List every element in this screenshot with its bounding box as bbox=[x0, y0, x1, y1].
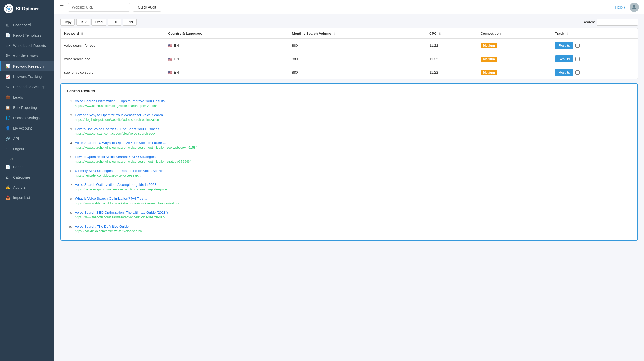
track-checkbox[interactable] bbox=[575, 57, 580, 61]
sidebar-item-import-list[interactable]: 📥 Import List bbox=[0, 192, 54, 203]
sidebar-item-label: API bbox=[13, 137, 19, 141]
sidebar-item-embedding-settings[interactable]: ⚙ Embedding Settings bbox=[0, 82, 54, 92]
result-title[interactable]: Voice Search Optimization: A complete gu… bbox=[75, 183, 156, 187]
result-row: 7 Voice Search Optimization: A complete … bbox=[67, 183, 631, 187]
keyword-research-icon: 📊 bbox=[5, 64, 10, 69]
result-title[interactable]: 6 Timely SEO Strategies and Resources fo… bbox=[75, 169, 163, 173]
result-title[interactable]: Voice Search: The Definitive Guide bbox=[75, 224, 129, 228]
copy-button[interactable]: Copy bbox=[60, 19, 75, 26]
result-title[interactable]: Voice Search: 10 Ways To Optimize Your S… bbox=[75, 141, 166, 145]
results-button[interactable]: Results bbox=[555, 55, 573, 62]
sidebar-item-white-label-reports[interactable]: 🏷 White Label Reports bbox=[0, 41, 54, 51]
blog-section-label: Blog bbox=[0, 154, 54, 162]
col-country-language[interactable]: Country & Language ⇅ bbox=[164, 28, 288, 39]
cell-competition: Medium bbox=[477, 39, 551, 52]
cell-country-language: 🇺🇸 EN bbox=[164, 52, 288, 66]
pdf-button[interactable]: PDF bbox=[108, 19, 121, 26]
sidebar-item-keyword-research[interactable]: 📊 Keyword Research bbox=[0, 61, 54, 71]
results-button[interactable]: Results bbox=[555, 69, 573, 76]
print-button[interactable]: Print bbox=[123, 19, 137, 26]
result-row: 10 Voice Search: The Definitive Guide bbox=[67, 224, 631, 229]
result-url[interactable]: https://www.semrush.com/blog/voice-searc… bbox=[67, 104, 631, 108]
cell-track: Results bbox=[551, 52, 638, 66]
sidebar-item-label: Keyword Tracking bbox=[13, 75, 42, 79]
language-label: EN bbox=[174, 70, 179, 74]
url-input[interactable] bbox=[68, 3, 130, 12]
result-title[interactable]: Voice Search SEO Optimization: The Ultim… bbox=[75, 211, 168, 214]
result-url[interactable]: https://www.searchenginejournal.com/voic… bbox=[67, 146, 631, 149]
language-label: EN bbox=[174, 44, 179, 47]
sidebar-item-categories[interactable]: 🗂 Categories bbox=[0, 172, 54, 182]
result-row: 8 What is Voice Search Optimization? [+4… bbox=[67, 197, 631, 201]
domain-settings-icon: 🌐 bbox=[5, 116, 10, 120]
result-title[interactable]: What is Voice Search Optimization? [+4 T… bbox=[75, 197, 147, 200]
flag-icon: 🇺🇸 bbox=[168, 44, 172, 48]
col-keyword[interactable]: Keyword ⇅ bbox=[61, 28, 164, 39]
quick-audit-button[interactable]: Quick Audit bbox=[133, 3, 161, 12]
sidebar-item-dashboard[interactable]: ⊞ Dashboard bbox=[0, 20, 54, 30]
result-title[interactable]: How to Optimize for Voice Search: 6 SEO … bbox=[75, 155, 160, 159]
sidebar-item-label: Website Crawls bbox=[13, 54, 38, 58]
excel-button[interactable]: Excel bbox=[91, 19, 106, 26]
cell-competition: Medium bbox=[477, 52, 551, 66]
result-url[interactable]: https://codedesign.org/voice-search-opti… bbox=[67, 188, 631, 191]
track-checkbox[interactable] bbox=[575, 44, 580, 48]
col-cpc[interactable]: CPC ⇅ bbox=[426, 28, 477, 39]
cell-volume: 880 bbox=[288, 66, 426, 79]
cell-cpc: 11.22 bbox=[426, 52, 477, 66]
user-avatar[interactable] bbox=[630, 3, 639, 12]
result-url[interactable]: https://www.thehoth.com/learn/seo/advanc… bbox=[67, 215, 631, 219]
result-number: 7 bbox=[67, 183, 72, 187]
sort-icon-keyword: ⇅ bbox=[81, 32, 83, 35]
result-url[interactable]: https://neilpatel.com/blog/seo-for-voice… bbox=[67, 174, 631, 177]
results-button[interactable]: Results bbox=[555, 42, 573, 49]
sidebar-item-keyword-tracking[interactable]: 📈 Keyword Tracking bbox=[0, 71, 54, 82]
result-title[interactable]: How to Use Voice Search SEO to Boost You… bbox=[75, 127, 159, 131]
api-icon: 🔗 bbox=[5, 136, 10, 141]
sidebar-item-report-templates[interactable]: 📄 Report Templates bbox=[0, 30, 54, 41]
dashboard-icon: ⊞ bbox=[5, 23, 10, 27]
help-button[interactable]: Help ▾ bbox=[615, 5, 625, 9]
sidebar-item-bulk-reporting[interactable]: 📋 Bulk Reporting bbox=[0, 102, 54, 113]
import-list-icon: 📥 bbox=[5, 195, 10, 200]
sort-icon-country: ⇅ bbox=[204, 32, 207, 35]
report-templates-icon: 📄 bbox=[5, 33, 10, 38]
sort-icon-track: ⇅ bbox=[566, 32, 568, 35]
sidebar-item-domain-settings[interactable]: 🌐 Domain Settings bbox=[0, 113, 54, 123]
pages-icon: 📄 bbox=[5, 165, 10, 169]
result-url[interactable]: https://www.constantcontact.com/blog/voi… bbox=[67, 132, 631, 135]
result-title[interactable]: Voice Search Optimization: 6 Tips to Imp… bbox=[75, 99, 165, 103]
sidebar-item-logout[interactable]: ↩ Logout bbox=[0, 144, 54, 154]
result-number: 6 bbox=[67, 169, 72, 173]
cell-volume: 880 bbox=[288, 39, 426, 52]
hamburger-menu[interactable]: ☰ bbox=[59, 4, 64, 10]
result-url[interactable]: https://backlinko.com/optimize-for-voice… bbox=[67, 229, 631, 233]
result-url[interactable]: https://www.searchenginejournal.com/voic… bbox=[67, 160, 631, 163]
search-result-item: 7 Voice Search Optimization: A complete … bbox=[67, 180, 631, 194]
sidebar-item-leads[interactable]: 💼 Leads bbox=[0, 92, 54, 102]
csv-button[interactable]: CSV bbox=[76, 19, 90, 26]
col-monthly-search-volume[interactable]: Monthly Search Volume ⇅ bbox=[288, 28, 426, 39]
logout-icon: ↩ bbox=[5, 147, 10, 151]
sidebar-item-website-crawls[interactable]: Website Crawls bbox=[0, 51, 54, 61]
sidebar-item-my-account[interactable]: 👤 My Account bbox=[0, 123, 54, 133]
sidebar-item-pages[interactable]: 📄 Pages bbox=[0, 162, 54, 172]
table-row: seo for voice search 🇺🇸 EN 880 11.22 Med… bbox=[61, 66, 638, 79]
sidebar-item-label: Categories bbox=[13, 175, 31, 179]
sidebar: SEOptimer ⊞ Dashboard 📄 Report Templates… bbox=[0, 0, 54, 361]
search-input[interactable] bbox=[597, 19, 638, 26]
search-result-item: 1 Voice Search Optimization: 6 Tips to I… bbox=[67, 97, 631, 110]
sidebar-item-authors[interactable]: ✍ Authors bbox=[0, 182, 54, 192]
cell-competition: Medium bbox=[477, 66, 551, 79]
col-competition[interactable]: Competition bbox=[477, 28, 551, 39]
header: ☰ Quick Audit Help ▾ bbox=[54, 0, 644, 14]
result-url[interactable]: https://blog.hubspot.com/website/voice-s… bbox=[67, 118, 631, 122]
col-track[interactable]: Track ⇅ bbox=[551, 28, 638, 39]
sidebar-item-label: Leads bbox=[13, 95, 23, 99]
result-url[interactable]: https://www.webfx.com/blog/marketing/wha… bbox=[67, 202, 631, 205]
cell-cpc: 11.22 bbox=[426, 66, 477, 79]
track-checkbox[interactable] bbox=[575, 70, 580, 75]
search-result-item: 9 Voice Search SEO Optimization: The Ult… bbox=[67, 208, 631, 222]
sidebar-item-api[interactable]: 🔗 API bbox=[0, 133, 54, 144]
result-title[interactable]: How and Why to Optimize Your Website for… bbox=[75, 113, 167, 117]
